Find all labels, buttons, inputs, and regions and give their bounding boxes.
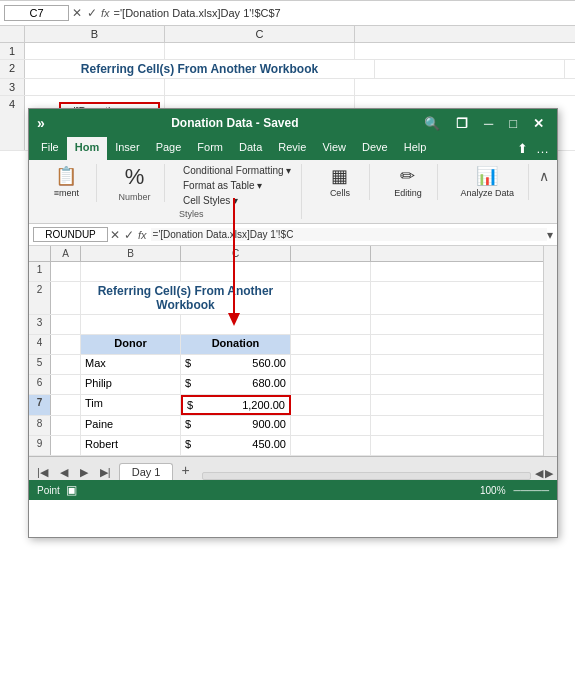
inner-rownum-7: 7	[29, 395, 51, 415]
outer-col-headers: B C	[0, 26, 575, 43]
ribbon-tab-file[interactable]: File	[33, 137, 67, 160]
next-sheet-btn[interactable]: ▶	[76, 465, 92, 480]
inner-cell-c4-donation[interactable]: Donation	[181, 335, 291, 354]
ribbon-tab-form[interactable]: Form	[189, 137, 231, 160]
inner-cell-a8[interactable]	[51, 416, 81, 435]
inner-cell-c8[interactable]: $ 900.00	[181, 416, 291, 435]
inner-cell-b9-robert[interactable]: Robert	[81, 436, 181, 455]
outer-row-2: 2 Referring Cell(s) From Another Workboo…	[0, 60, 575, 79]
search-icon[interactable]: 🔍	[419, 114, 445, 133]
inner-cell-c5[interactable]: $ 560.00	[181, 355, 291, 374]
inner-cell-a7[interactable]	[51, 395, 81, 415]
inner-confirm-icon[interactable]: ✓	[124, 228, 134, 242]
vertical-scrollbar[interactable]	[543, 246, 557, 456]
analyze-btn[interactable]: 📊 Analyze Data	[454, 164, 520, 200]
inner-cell-a4[interactable]	[51, 335, 81, 354]
ribbon-tab-page[interactable]: Page	[148, 137, 190, 160]
close-icon[interactable]: ✕	[528, 114, 549, 133]
outer-row-1: 1	[0, 43, 575, 60]
clipboard-icon: 📋	[55, 166, 77, 188]
prev-sheet-btn[interactable]: ◀	[56, 465, 72, 480]
conditional-formatting-btn[interactable]: Conditional Formatting ▾	[179, 164, 295, 177]
title-bar-controls: 🔍 ❐ ─ □ ✕	[419, 114, 549, 133]
inner-cell-a5[interactable]	[51, 355, 81, 374]
ribbon-group-styles: Conditional Formatting ▾ Format as Table…	[173, 164, 302, 219]
inner-rownum-8: 8	[29, 416, 51, 435]
amount-8: 900.00	[191, 418, 286, 433]
inner-row-5: 5 Max $ 560.00	[29, 355, 557, 375]
inner-cell-b3[interactable]	[81, 315, 181, 334]
inner-cell-a6[interactable]	[51, 375, 81, 394]
ribbon-tab-home[interactable]: Hom	[67, 137, 107, 160]
ribbon-expand-icon[interactable]: ∧	[539, 164, 549, 184]
horizontal-scrollbar[interactable]	[202, 472, 531, 480]
ribbon-tab-data[interactable]: Data	[231, 137, 270, 160]
inner-formula-bar: ROUNDUP ✕ ✓ fx ='[Donation Data.xlsx]Day…	[29, 224, 557, 246]
chevron-icon[interactable]: »	[37, 115, 45, 131]
amount-9: 450.00	[191, 438, 286, 453]
inner-cell-b2-title[interactable]: Referring Cell(s) From Another Workbook	[81, 282, 291, 314]
inner-cell-a1[interactable]	[51, 262, 81, 281]
cells-label: Cells	[330, 188, 350, 198]
outer-formula-value: ='[Donation Data.xlsx]Day 1'!$C$7	[114, 7, 571, 19]
inner-row-4: 4 Donor Donation	[29, 335, 557, 355]
inner-rownum-4: 4	[29, 335, 51, 354]
inner-rownum-3: 3	[29, 315, 51, 334]
inner-col-d	[291, 246, 371, 261]
status-icon: ▣	[66, 483, 77, 497]
inner-cell-b4-donor[interactable]: Donor	[81, 335, 181, 354]
first-sheet-btn[interactable]: |◀	[33, 465, 52, 480]
analyze-icon: 📊	[476, 166, 498, 188]
minimize-icon[interactable]: ─	[479, 114, 498, 133]
inner-cell-b7-tim[interactable]: Tim	[81, 395, 181, 415]
outer-rownum-1: 1	[0, 43, 25, 59]
inner-formula-scroll[interactable]: ▾	[547, 228, 553, 242]
maximize-icon[interactable]: □	[504, 114, 522, 133]
sheet-tab-day1[interactable]: Day 1	[119, 463, 174, 480]
inner-cell-d8	[291, 416, 371, 435]
outer-cell-c3	[165, 79, 355, 95]
scroll-left-btn[interactable]: ◀	[535, 467, 543, 480]
cells-btn[interactable]: ▦ Cells	[324, 164, 356, 200]
ribbon-tab-help[interactable]: Help	[396, 137, 435, 160]
ribbon-tab-view[interactable]: View	[314, 137, 354, 160]
last-sheet-btn[interactable]: ▶|	[96, 465, 115, 480]
outer-fx-label: fx	[101, 7, 110, 19]
inner-cell-b8-paine[interactable]: Paine	[81, 416, 181, 435]
inner-cell-a2[interactable]	[51, 282, 81, 314]
inner-cell-c1[interactable]	[181, 262, 291, 281]
inner-spreadsheet: A B C 1 2 Referring Cell(s) From Another…	[29, 246, 557, 456]
inner-cell-b5-max[interactable]: Max	[81, 355, 181, 374]
scroll-right-btn[interactable]: ▶	[545, 467, 553, 480]
cell-styles-btn[interactable]: Cell Styles ▾	[179, 194, 295, 207]
clipboard-btn[interactable]: 📋 ≡ment	[48, 164, 85, 200]
outer-namebox[interactable]: C7	[4, 5, 69, 21]
ribbon-tab-developer[interactable]: Deve	[354, 137, 396, 160]
cancel-icon[interactable]: ✕	[72, 6, 82, 20]
amount-6: 680.00	[191, 377, 286, 392]
inner-cell-a3[interactable]	[51, 315, 81, 334]
inner-cell-c7[interactable]: $ 1,200.00	[181, 395, 291, 415]
inner-namebox[interactable]: ROUNDUP	[33, 227, 108, 242]
add-sheet-btn[interactable]: +	[173, 460, 197, 480]
inner-cell-c6[interactable]: $ 680.00	[181, 375, 291, 394]
inner-cell-a9[interactable]	[51, 436, 81, 455]
inner-cell-b6-philip[interactable]: Philip	[81, 375, 181, 394]
outer-cell-b1	[25, 43, 165, 59]
inner-cell-c9[interactable]: $ 450.00	[181, 436, 291, 455]
format-as-table-btn[interactable]: Format as Table ▾	[179, 179, 295, 192]
zoom-slider[interactable]: ─────	[514, 485, 549, 496]
editing-btn[interactable]: ✏ Editing	[388, 164, 428, 200]
inner-row-3: 3	[29, 315, 557, 335]
inner-cancel-icon[interactable]: ✕	[110, 228, 120, 242]
inner-cell-c3[interactable]	[181, 315, 291, 334]
inner-excel-window: » Donation Data - Saved 🔍 ❐ ─ □ ✕ File H…	[28, 108, 558, 538]
restore-icon[interactable]: ❐	[451, 114, 473, 133]
share-icon[interactable]: ⬆	[513, 137, 532, 160]
comments-icon[interactable]: …	[532, 137, 553, 160]
ribbon-tab-insert[interactable]: Inser	[107, 137, 147, 160]
inner-row-8: 8 Paine $ 900.00	[29, 416, 557, 436]
inner-cell-b1[interactable]	[81, 262, 181, 281]
confirm-icon[interactable]: ✓	[87, 6, 97, 20]
ribbon-tab-review[interactable]: Revie	[270, 137, 314, 160]
